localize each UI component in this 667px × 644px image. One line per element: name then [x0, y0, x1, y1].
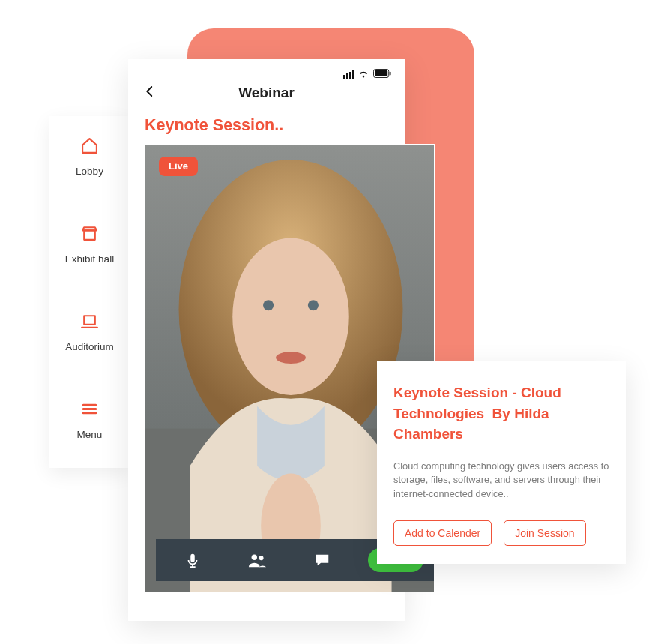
svg-point-14 — [308, 300, 319, 310]
sidebar-item-auditorium[interactable]: Auditorium — [49, 306, 130, 358]
page-title: Webinar — [238, 85, 295, 101]
session-heading: Keynote Session.. — [128, 110, 405, 144]
svg-point-15 — [276, 352, 306, 364]
back-button[interactable] — [143, 85, 157, 101]
join-session-button[interactable]: Join Session — [504, 520, 585, 546]
chat-button[interactable] — [304, 545, 341, 575]
phone-mockup: Webinar Keynote Session.. Live — [128, 59, 405, 621]
mobile-header: Webinar — [128, 76, 405, 110]
detail-title: Keynote Session - Cloud Technologies By … — [393, 382, 609, 445]
svg-point-21 — [259, 556, 264, 560]
sidebar-item-lobby[interactable]: Lobby — [49, 130, 130, 183]
svg-rect-8 — [390, 72, 391, 76]
home-icon — [80, 136, 99, 158]
mic-button[interactable] — [174, 545, 211, 575]
live-badge: Live — [159, 157, 198, 176]
sidebar-item-menu[interactable]: Menu — [49, 394, 130, 446]
svg-rect-17 — [190, 554, 195, 562]
sidebar-item-label: Exhibit hall — [65, 253, 114, 265]
laptop-icon — [80, 312, 99, 334]
storefront-icon — [80, 224, 99, 246]
svg-point-13 — [263, 300, 274, 310]
sidebar: Lobby Exhibit hall Auditorium Menu — [49, 116, 130, 468]
session-detail-card: Keynote Session - Cloud Technologies By … — [377, 361, 626, 564]
sidebar-item-label: Lobby — [76, 166, 103, 177]
sidebar-item-label: Auditorium — [65, 341, 114, 352]
svg-rect-0 — [84, 230, 95, 240]
svg-point-12 — [232, 238, 348, 395]
menu-icon — [80, 400, 99, 421]
add-to-calendar-button[interactable]: Add to Calender — [393, 520, 492, 546]
svg-point-20 — [252, 555, 257, 560]
status-bar — [128, 59, 405, 76]
participants-button[interactable] — [238, 545, 276, 575]
detail-actions: Add to Calender Join Session — [393, 520, 609, 546]
sidebar-item-label: Menu — [77, 429, 103, 440]
sidebar-item-exhibit-hall[interactable]: Exhibit hall — [49, 218, 130, 271]
detail-description: Cloud computing technology gives users a… — [393, 460, 609, 502]
svg-rect-1 — [84, 316, 95, 324]
